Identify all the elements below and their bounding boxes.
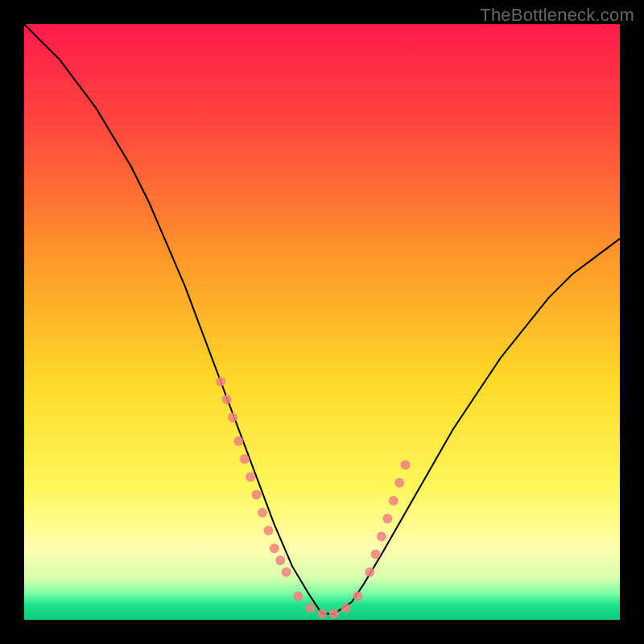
marker-dot bbox=[377, 531, 386, 541]
marker-dot bbox=[275, 555, 285, 565]
marker-dot bbox=[401, 460, 411, 470]
marker-dot bbox=[258, 508, 267, 518]
marker-dot bbox=[293, 591, 303, 601]
marker-dot bbox=[263, 526, 273, 535]
marker-dot bbox=[270, 543, 279, 553]
marker-dot bbox=[305, 603, 315, 613]
chart-svg bbox=[24, 24, 620, 620]
marker-dot bbox=[394, 478, 404, 488]
marker-dot bbox=[353, 591, 362, 601]
marker-dot bbox=[329, 609, 339, 619]
marker-dot bbox=[252, 490, 262, 500]
marker-dot bbox=[365, 568, 374, 577]
marker-dot bbox=[233, 436, 243, 446]
marker-dot bbox=[246, 472, 255, 481]
watermark-text: TheBottleneck.com bbox=[480, 5, 634, 26]
plot-area bbox=[24, 24, 620, 620]
marker-dot bbox=[341, 603, 351, 613]
marker-dot bbox=[282, 568, 291, 577]
marker-dot bbox=[317, 609, 327, 619]
marker-dot bbox=[389, 496, 398, 506]
chart-frame: TheBottleneck.com bbox=[0, 0, 644, 644]
marker-dot bbox=[382, 514, 392, 523]
marker-dot bbox=[222, 394, 232, 404]
marker-dot bbox=[371, 550, 381, 559]
marker-dot bbox=[240, 454, 250, 464]
gradient-background bbox=[24, 24, 620, 620]
marker-dot bbox=[228, 412, 237, 422]
marker-dot bbox=[216, 377, 225, 386]
